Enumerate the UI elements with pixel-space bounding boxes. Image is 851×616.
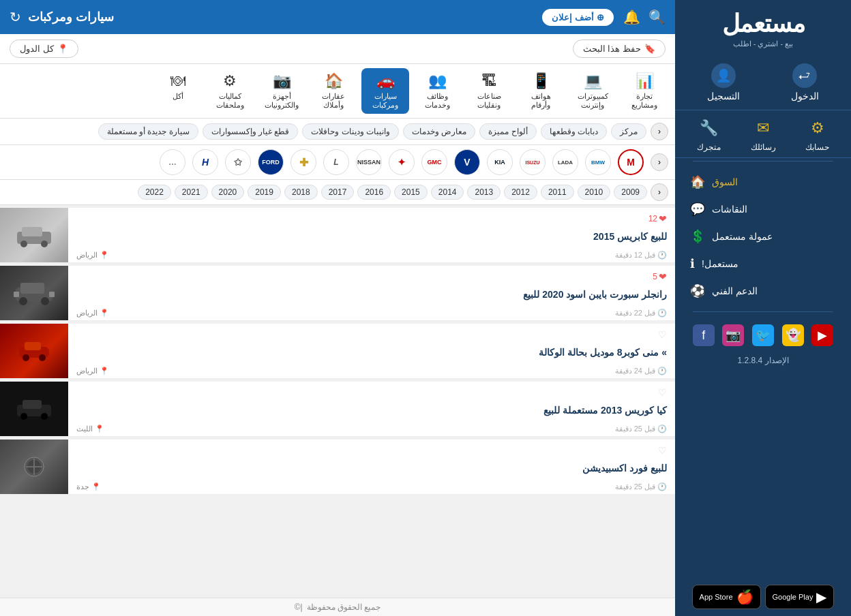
filter-brand[interactable]: مركز — [611, 123, 646, 140]
cat-trade[interactable]: 📊 تجارةومشاريع — [621, 68, 668, 114]
search-icon[interactable]: 🔍 — [648, 9, 666, 25]
listing-image — [0, 440, 68, 494]
brand-gmc[interactable]: GMC — [421, 149, 447, 175]
heart-icon[interactable]: ♡ — [658, 329, 667, 340]
cat-computers-label: كمبيوتراتوإنترنت — [578, 92, 608, 110]
my-store-button[interactable]: 🔧 متجرك — [697, 116, 721, 152]
add-ad-button[interactable]: ⊕ أضف إعلان — [541, 7, 615, 27]
year-2010[interactable]: 2010 — [578, 185, 611, 200]
nav-item-market[interactable]: السوق 🏠 — [675, 168, 851, 196]
nav-item-support[interactable]: الدعم الفني ⚽ — [675, 277, 851, 305]
year-2017[interactable]: 2017 — [321, 185, 355, 200]
messages-button[interactable]: ✉ رسائلك — [751, 116, 776, 152]
notification-icon[interactable]: 🔔 — [623, 9, 640, 25]
year-2013[interactable]: 2013 — [467, 185, 501, 200]
listing-meta: 🕐 قبل 24 دقيقة 📍 الرياض — [76, 367, 667, 375]
listing-item[interactable]: ❤ 12 للبيع كابريس 2015 🕐 قبل 12 دقيقة 📍 … — [0, 208, 675, 263]
cat-properties[interactable]: 🏠 عقاراتوأملاك — [310, 68, 357, 114]
nav-item-commission[interactable]: عمولة مستعمل 💲 — [675, 223, 851, 250]
brand-hyundai[interactable]: H — [192, 149, 218, 175]
nav-item-discussions[interactable]: النقاشات 💬 — [675, 196, 851, 223]
app-store-button[interactable]: 🍎 App Store — [692, 585, 761, 609]
brand-nissan[interactable]: NISSAN — [356, 149, 382, 175]
google-play-button[interactable]: ▶ Google Play — [765, 585, 835, 609]
refresh-icon[interactable]: ↻ — [10, 9, 21, 25]
listing-heart-area: ♡ — [76, 445, 667, 456]
listing-item[interactable]: ♡ للبيع فورد اكسبيديشن 🕐 قبل 25 دقيقة 📍 … — [0, 440, 675, 495]
brand-mazda[interactable]: M — [618, 149, 644, 175]
year-2019[interactable]: 2019 — [248, 185, 281, 200]
brand-bmw[interactable]: BMW — [585, 149, 611, 175]
year-2016[interactable]: 2016 — [357, 185, 391, 200]
listing-meta: 🕐 قبل 25 دقيقة 📍 الليث — [76, 425, 667, 433]
brand-ford[interactable]: FORD — [258, 149, 284, 175]
listing-item[interactable]: ♡ » منى كوبر8 موديل بحالة الوكالة 🕐 قبل … — [0, 324, 675, 379]
year-prev-button[interactable]: ‹ — [651, 183, 668, 201]
cat-jobs[interactable]: 👥 وظائفوخدمات — [413, 68, 461, 114]
year-filters-row: ‹ 2009 2010 2011 2012 2013 2014 2015 201… — [0, 180, 675, 205]
instagram-icon[interactable]: 📷 — [722, 324, 744, 346]
save-search-button[interactable]: 🔖 حفظ هذا البحث — [573, 40, 666, 58]
filter-bikes[interactable]: دبابات وقطعها — [541, 123, 607, 140]
brand-mercedes[interactable]: ✩ — [225, 149, 251, 175]
twitter-icon[interactable]: 🐦 — [752, 324, 774, 346]
login-button[interactable]: ⮐ الدخول — [779, 59, 831, 106]
year-2009[interactable]: 2009 — [614, 185, 647, 200]
year-2018[interactable]: 2018 — [284, 185, 318, 200]
year-2012[interactable]: 2012 — [504, 185, 537, 200]
listing-item[interactable]: ♡ كيا كوريس 2013 مستعملة للبيع 🕐 قبل 25 … — [0, 382, 675, 437]
heart-icon[interactable]: ❤ — [659, 213, 667, 224]
year-2020[interactable]: 2020 — [211, 185, 245, 200]
brand-isuzu[interactable]: ISUZU — [520, 149, 546, 175]
filter-new-used[interactable]: سيارة جديدة أو مستعملة — [98, 123, 198, 140]
year-2021[interactable]: 2021 — [175, 185, 208, 200]
location-text: الرياض — [76, 251, 98, 260]
snapchat-icon[interactable]: 👻 — [782, 324, 804, 346]
youtube-icon[interactable]: ▶ — [811, 324, 833, 346]
year-2015[interactable]: 2015 — [394, 185, 428, 200]
register-button[interactable]: 👤 التسجيل — [695, 59, 752, 106]
cat-electronics[interactable]: 📷 أجهزةوالكترونيات — [258, 68, 305, 114]
brands-prev-button[interactable]: ‹ — [651, 153, 668, 171]
facebook-icon[interactable]: f — [693, 324, 715, 346]
cat-phones[interactable]: 📱 هواتفوأرقام — [517, 68, 565, 114]
heart-icon[interactable]: ♡ — [658, 445, 667, 456]
listing-meta: 🕐 قبل 25 دقيقة 📍 جدة — [76, 482, 667, 491]
cat-cars[interactable]: 🚗 سياراتومركبات — [361, 68, 409, 114]
heart-icon[interactable]: ❤ — [659, 271, 667, 282]
cat-accessories-label: كمالياتوملحقات — [216, 92, 244, 110]
brand-kia[interactable]: KIA — [487, 149, 513, 175]
year-2011[interactable]: 2011 — [541, 185, 574, 200]
cat-food[interactable]: 🍽 أكل — [154, 68, 202, 114]
sidebar-actions: ⚙ حسابك ✉ رسائلك 🔧 متجرك — [675, 110, 851, 158]
brand-mitsubishi[interactable]: ✦ — [389, 149, 415, 175]
cat-accessories[interactable]: ⚙ كمالياتوملحقات — [206, 68, 254, 114]
year-2022[interactable]: 2022 — [138, 185, 171, 200]
apple-icon: 🍎 — [736, 589, 753, 605]
year-2014[interactable]: 2014 — [431, 185, 464, 200]
listing-item[interactable]: ❤ 5 رانجلر سبورت بايبن اسود 2020 للبيع 🕐… — [0, 266, 675, 321]
country-filter-button[interactable]: 📍 كل الدول — [10, 40, 78, 58]
brand-vw[interactable]: V — [454, 149, 480, 175]
support-icon: ⚽ — [690, 283, 705, 298]
svg-rect-1 — [22, 227, 42, 236]
filter-exhibitions[interactable]: معارض وخدمات — [403, 123, 475, 140]
filter-prev-button[interactable]: ‹ — [651, 123, 668, 140]
location-icon: 📍 — [95, 425, 104, 433]
filter-buses[interactable]: وانيبات ودينات وحافلات — [302, 123, 399, 140]
brand-lada[interactable]: LADA — [552, 149, 578, 175]
filter-plates[interactable]: ألواح مميزة — [479, 123, 536, 140]
svg-rect-9 — [49, 292, 55, 297]
brand-other[interactable]: … — [160, 149, 185, 175]
brand-lexus[interactable]: L — [323, 149, 349, 175]
filter-parts[interactable]: قطع غيار وإكسسوارات — [203, 123, 299, 140]
location-text: الليث — [76, 425, 93, 433]
logo-sub: بيع - اشتري - اطلب — [689, 40, 837, 48]
jobs-icon: 👥 — [428, 72, 447, 90]
heart-icon[interactable]: ♡ — [658, 387, 667, 398]
account-button[interactable]: ⚙ حسابك — [805, 116, 830, 152]
cat-computers[interactable]: 💻 كمبيوتراتوإنترنت — [569, 68, 616, 114]
cat-industries[interactable]: 🏗 صناعاتونقليات — [465, 68, 513, 114]
brand-chevrolet[interactable]: ✚ — [290, 149, 316, 175]
nav-item-about[interactable]: مستعمل! ℹ — [675, 250, 851, 277]
